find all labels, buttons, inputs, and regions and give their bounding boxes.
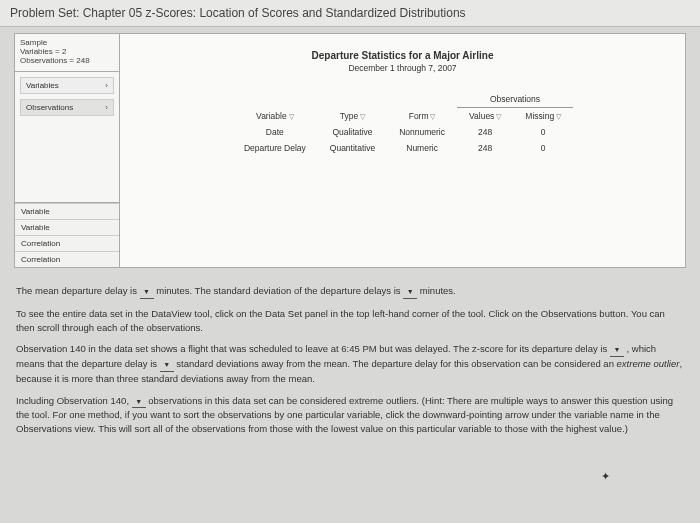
triangle-down-icon: ▼: [613, 346, 620, 353]
dataview-tool: Sample Variables = 2 Observations = 248 …: [14, 33, 686, 268]
dataset-line-sample: Sample: [20, 38, 114, 47]
nav-variables[interactable]: Variables ›: [20, 77, 114, 94]
dropdown-outlier-count[interactable]: ▼: [132, 394, 146, 409]
table-row: Departure Delay Quantitative Numeric 248…: [232, 140, 573, 156]
col-missing[interactable]: Missing: [513, 108, 573, 125]
tool-body: Sample Variables = 2 Observations = 248 …: [15, 34, 685, 267]
table-row: Date Qualitative Nonnumeric 248 0: [232, 124, 573, 140]
triangle-down-icon: ▼: [407, 288, 414, 295]
chevron-right-icon: ›: [105, 103, 108, 112]
cell-variable: Date: [232, 124, 318, 140]
col-form[interactable]: Form: [387, 108, 457, 125]
cell-form: Numeric: [387, 140, 457, 156]
para-count-outliers: Including Observation 140, ▼ observation…: [16, 394, 684, 436]
dataset-line-vars: Variables = 2: [20, 47, 114, 56]
main-subtitle: December 1 through 7, 2007: [134, 63, 671, 73]
bottom-nav: Variable Variable Correlation Correlatio…: [15, 203, 119, 267]
cell-missing: 0: [513, 124, 573, 140]
bottom-nav-variable-b[interactable]: Variable: [15, 219, 119, 235]
tool-main: Departure Statistics for a Major Airline…: [120, 34, 685, 267]
nav-variables-label: Variables: [26, 81, 59, 90]
cell-missing: 0: [513, 140, 573, 156]
cell-values: 248: [457, 124, 513, 140]
col-variable[interactable]: Variable: [232, 108, 318, 125]
col-group-observations: Observations: [457, 91, 573, 108]
dropdown-sd-away[interactable]: ▼: [160, 357, 174, 372]
cell-variable: Departure Delay: [232, 140, 318, 156]
col-values[interactable]: Values: [457, 108, 513, 125]
nav-observations[interactable]: Observations ›: [20, 99, 114, 116]
cell-type: Qualitative: [318, 124, 387, 140]
triangle-down-icon: ▼: [143, 288, 150, 295]
page-header: Problem Set: Chapter 05 z-Scores: Locati…: [0, 0, 700, 27]
dropdown-zscore[interactable]: ▼: [610, 342, 624, 357]
mid-nav: Variables › Observations ›: [15, 72, 119, 203]
bottom-nav-correlation-b[interactable]: Correlation: [15, 251, 119, 267]
cell-values: 248: [457, 140, 513, 156]
main-title: Departure Statistics for a Major Airline: [134, 50, 671, 61]
para-obs140: Observation 140 in the data set shows a …: [16, 342, 684, 385]
para-mean-sd: The mean departure delay is ▼ minutes. T…: [16, 284, 684, 299]
stats-table: Observations Variable Type Form Values M…: [232, 91, 573, 156]
dataset-panel[interactable]: Sample Variables = 2 Observations = 248: [15, 34, 119, 72]
cursor-icon: ✦: [601, 469, 610, 485]
nav-observations-label: Observations: [26, 103, 73, 112]
dataset-line-obs: Observations = 248: [20, 56, 114, 65]
em-extreme-outlier: extreme outlier: [617, 358, 680, 369]
dropdown-sd[interactable]: ▼: [403, 284, 417, 299]
triangle-down-icon: ▼: [135, 398, 142, 405]
para-instructions: To see the entire data set in the DataVi…: [16, 307, 684, 335]
cell-type: Quantitative: [318, 140, 387, 156]
page-title: Problem Set: Chapter 05 z-Scores: Locati…: [10, 6, 466, 20]
chevron-right-icon: ›: [105, 81, 108, 90]
triangle-down-icon: ▼: [163, 361, 170, 368]
left-panels: Sample Variables = 2 Observations = 248 …: [15, 34, 120, 267]
bottom-nav-correlation-a[interactable]: Correlation: [15, 235, 119, 251]
col-type[interactable]: Type: [318, 108, 387, 125]
cell-form: Nonnumeric: [387, 124, 457, 140]
bottom-nav-variable-a[interactable]: Variable: [15, 203, 119, 219]
question-body: The mean departure delay is ▼ minutes. T…: [0, 272, 700, 454]
dropdown-mean[interactable]: ▼: [140, 284, 154, 299]
